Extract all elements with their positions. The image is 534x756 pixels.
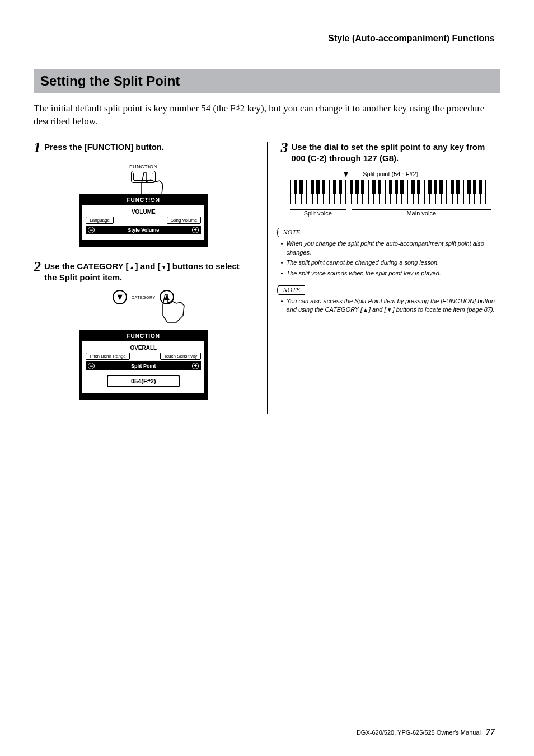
step-1-text: Press the [FUNCTION] button. <box>44 142 164 153</box>
lcd1-next-item: Song Volume <box>167 217 202 224</box>
split-voice-label: Split voice <box>290 210 346 217</box>
step-3: 3 Use the dial to set the split point to… <box>280 142 500 165</box>
intro-text: The initial default split point is key n… <box>34 102 500 128</box>
page-right-rule <box>500 17 500 711</box>
section-header-rule <box>34 46 500 46</box>
right-column: 3 Use the dial to set the split point to… <box>280 142 500 414</box>
step-3-number: 3 <box>280 140 288 155</box>
title-bar: Setting the Split Point <box>34 69 500 93</box>
step-2-text: Use the CATEGORY [▲] and [▼] buttons to … <box>44 261 254 284</box>
lcd2-next-item: Touch Sensitivity <box>160 353 202 360</box>
category-buttons-illustration: ▼ CATEGORY ▲ <box>113 290 174 304</box>
function-button-label: FUNCTION <box>129 164 158 170</box>
note-2-item: You can also access the Split Point item… <box>280 297 500 314</box>
step-2-number: 2 <box>34 260 41 274</box>
category-down-icon: ▼ <box>386 307 393 313</box>
lcd2-plus-icon: + <box>192 363 199 369</box>
lcd2-current-item: Split Point <box>131 363 156 369</box>
category-up-icon: ▲ <box>362 307 369 313</box>
step-3-text: Use the dial to set the split point to a… <box>291 142 500 165</box>
note-block-1: NOTE When you change the split point the… <box>280 227 500 278</box>
lcd1-plus-icon: + <box>192 227 199 233</box>
manual-name: DGX-620/520, YPG-625/525 Owner's Manual <box>357 729 481 736</box>
section-header: Style (Auto-accompaniment) Functions <box>34 34 500 44</box>
page-footer: DGX-620/520, YPG-625/525 Owner's Manual … <box>357 727 495 737</box>
lcd2-category: OVERALL <box>86 345 201 351</box>
lcd2-minus-icon: − <box>88 363 95 369</box>
category-down-icon: ▼ <box>161 264 167 271</box>
lcd2-header: FUNCTION <box>80 331 207 341</box>
step-1: 1 Press the [FUNCTION] button. <box>34 142 254 156</box>
piano-keyboard-icon <box>290 180 491 204</box>
category-down-button-icon: ▼ <box>113 290 127 304</box>
keyboard-caption: Split point (54 : F#2) <box>280 171 500 177</box>
split-point-arrow-icon <box>344 172 348 177</box>
step-2: 2 Use the CATEGORY [▲] and [▼] buttons t… <box>34 261 254 284</box>
note-2-tag: NOTE <box>280 285 305 295</box>
step-1-number: 1 <box>34 140 41 155</box>
step-2-figure: ▼ CATEGORY ▲ FUNCTION OVERALL Pitch Bend… <box>34 288 254 400</box>
page: Style (Auto-accompaniment) Functions Set… <box>0 0 534 756</box>
note-1-item: When you change the split point the auto… <box>280 240 500 257</box>
page-title: Setting the Split Point <box>40 73 180 88</box>
lcd-panel-1: FUNCTION VOLUME Language Song Volume − S… <box>79 194 208 247</box>
column-divider <box>267 142 268 414</box>
lcd-panel-2: FUNCTION OVERALL Pitch Bend Range Touch … <box>79 330 208 400</box>
note-1-item: The split voice sounds when the split-po… <box>280 269 500 278</box>
note-block-2: NOTE You can also access the Split Point… <box>280 284 500 314</box>
keyboard-figure: Split point (54 : F#2) Split voice Main … <box>280 171 500 217</box>
main-voice-label: Main voice <box>352 210 491 217</box>
step-1-figure: FUNCTION FUNCTION VOLUME Language Song V… <box>34 161 254 247</box>
lcd1-prev-item: Language <box>86 217 114 224</box>
left-column: 1 Press the [FUNCTION] button. FUNCTION … <box>34 142 254 414</box>
note-1-item: The split point cannot be changed during… <box>280 259 500 267</box>
lcd1-category: VOLUME <box>86 209 201 215</box>
category-up-icon: ▲ <box>129 264 135 271</box>
lcd2-prev-item: Pitch Bend Range <box>86 353 130 360</box>
lcd2-value: 054(F#2) <box>107 375 180 387</box>
lcd1-current-item: Style Volume <box>128 227 159 233</box>
press-hand-icon <box>138 172 166 202</box>
press-hand-icon <box>160 293 188 323</box>
category-label: CATEGORY <box>132 295 156 299</box>
lcd1-minus-icon: − <box>88 227 95 233</box>
function-button-illustration: FUNCTION <box>129 164 158 185</box>
page-number: 77 <box>486 727 495 736</box>
note-1-tag: NOTE <box>280 228 305 237</box>
